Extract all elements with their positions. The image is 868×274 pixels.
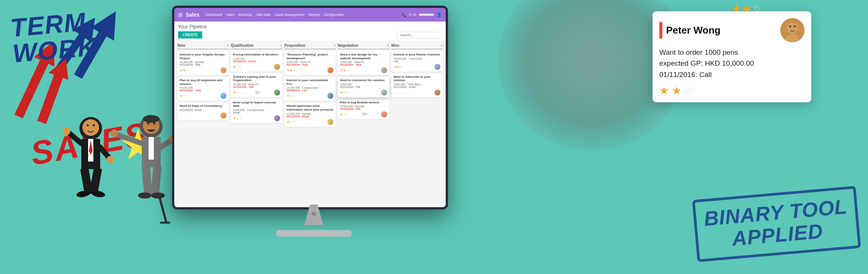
card-date: 02/12/2016 : Call [233, 86, 280, 88]
card-amount: 25,000.00€ · Agrolait [340, 105, 387, 108]
card-stars: ★★☆ [340, 68, 349, 72]
nav-sales[interactable]: Sales [226, 13, 235, 17]
card-footer: ☆☆☆ [394, 89, 440, 95]
kanban-col-header-prop: Proposition + [284, 43, 336, 49]
characters-illustration [49, 106, 193, 249]
svg-point-7 [93, 124, 95, 126]
card-avatar [327, 67, 333, 73]
monitor-container: ⊞ Sales Dashboard Sales Invoicing After-… [172, 6, 456, 255]
card-title: "Resource Planning" project development [287, 53, 333, 60]
kanban-card[interactable]: Plan to buy RedHat servers 25,000.00€ · … [338, 99, 389, 120]
user-icon: 👤 [436, 12, 442, 17]
card-stars: ★☆☆ [340, 91, 349, 94]
card-date: 02/10/2016 : Email [233, 60, 280, 63]
card-amount: 4,500.00€ [340, 83, 387, 86]
card-avatar [381, 111, 387, 117]
kanban-col-header-won: Won + [391, 43, 443, 49]
search-input[interactable] [397, 32, 442, 38]
nav-leads[interactable]: Leads Management [274, 13, 305, 17]
popup-message: Want to order 1000 pens expected GP: HKD… [659, 47, 804, 80]
kanban-card-overlay[interactable]: Need to customize the solution 4,500.00€… [338, 77, 389, 97]
card-amount: 9,000.00€ · Delta PC [287, 61, 333, 63]
popup-stars-row: ★ ★ ☆ [659, 85, 804, 97]
kanban-board: New + Interest in your Graphic Design Pr… [174, 41, 446, 199]
svg-rect-27 [151, 166, 161, 195]
card-amount: 5,600.00€ · Camoptocamp [233, 109, 280, 111]
kanban-card[interactable]: Would appreciate more information about … [284, 102, 336, 126]
odoo-topbar: ⊞ Sales Dashboard Sales Invoicing After-… [174, 8, 446, 22]
card-date: 02/12/2016 : Call [340, 108, 387, 110]
card-date: Email [233, 111, 280, 114]
card-date: 02/09/2016 : Call [287, 89, 333, 92]
card-avatar [220, 112, 226, 119]
nav-dashboard[interactable]: Dashboard [206, 13, 222, 17]
kanban-column-new: New + Interest in your Graphic Design Pr… [177, 43, 229, 197]
card-avatar [274, 89, 280, 95]
create-button[interactable]: CREATE [178, 31, 202, 38]
nav-invoicing[interactable]: Invoicing [238, 13, 252, 17]
svg-point-39 [789, 25, 791, 28]
odoo-grid-icon: ⊞ [178, 12, 183, 18]
popup-header: Peter Wong [659, 18, 804, 42]
message-count: 💬4 [363, 113, 367, 116]
svg-point-22 [153, 122, 155, 125]
won-col-add[interactable]: + [440, 43, 443, 48]
kanban-card[interactable]: Pricing Information of Services 1,000.00… [231, 51, 282, 72]
new-col-add[interactable]: + [227, 43, 229, 48]
card-title: Would appreciate more information about … [287, 104, 333, 111]
card-title: Need script to Import external data [233, 101, 280, 108]
card-date: 02/13/2016 : Task [287, 63, 333, 66]
nav-reports[interactable]: Reports [308, 13, 320, 17]
card-title: Want to subscribe to your solution [394, 75, 440, 82]
popup-color-bar [659, 22, 662, 38]
kanban-card[interactable]: Want to subscribe to your solution 2,000… [391, 73, 443, 97]
kanban-card[interactable]: Interest in your Graphic Design Project … [177, 51, 229, 75]
card-date: 02/14/2016 : Task [180, 63, 226, 66]
popup-star-2: ★ [672, 85, 681, 97]
kanban-card[interactable]: Trainee's training plan in your Organiza… [231, 73, 282, 97]
card-stars: ★☆☆ [340, 112, 349, 116]
card-avatar [381, 67, 387, 73]
kanban-card[interactable]: Plan to buy 60 keyboards and mouses 40,0… [177, 77, 229, 101]
card-footer: ★☆☆ [233, 115, 280, 121]
prop-col-add[interactable]: + [333, 43, 336, 48]
nav-config[interactable]: Configuration [324, 13, 344, 17]
kanban-card[interactable]: "Resource Planning" project development … [284, 51, 336, 75]
kanban-card[interactable]: Need a new design for my website develop… [338, 51, 389, 75]
monitor-screen: ⊞ Sales Dashboard Sales Invoicing After-… [172, 6, 448, 209]
card-footer: ☆☆☆ [180, 112, 226, 119]
kanban-card[interactable]: Interest in your Partner Contract 19,800… [391, 51, 443, 72]
card-title: Need 20 Days of Consultancy [180, 104, 226, 108]
nav-aftersale[interactable]: After-Sale [256, 13, 271, 17]
pipeline-title: Your Pipeline [178, 24, 442, 29]
card-stars: ★☆☆ [287, 120, 296, 124]
kanban-card[interactable]: Need 20 Days of Consultancy 02/13/2016 :… [177, 102, 229, 120]
svg-point-31 [110, 129, 118, 137]
svg-line-30 [115, 134, 142, 143]
svg-point-5 [82, 119, 99, 136]
card-avatar [274, 115, 280, 121]
message-count: 💬1 [256, 91, 260, 94]
svg-point-16 [63, 128, 70, 135]
card-avatar [434, 64, 440, 70]
topbar-progress [419, 14, 434, 16]
qual-col-add[interactable]: + [280, 43, 282, 48]
popup-person-name: Peter Wong [666, 25, 721, 36]
card-stars: ★☆☆ [233, 65, 242, 69]
card-footer: ★★☆ [180, 67, 226, 73]
card-stars: ★☆☆ [180, 94, 189, 98]
card-title: Need to customize the solution [340, 79, 387, 82]
card-footer: ★☆☆ [340, 89, 387, 95]
card-title: Interest in your Graphic Design Project [180, 53, 226, 60]
svg-line-34 [159, 194, 166, 223]
popup-star-1: ★ [659, 85, 669, 97]
card-avatar [220, 67, 226, 73]
card-amount: 15,000.00€ · Camptocamp [287, 86, 333, 89]
kanban-card[interactable]: Need script to Import external data 5,60… [231, 99, 282, 123]
neg-col-add[interactable]: + [387, 43, 389, 48]
svg-line-15 [68, 132, 81, 143]
card-footer: ★☆☆ 💬4 [340, 111, 387, 117]
odoo-app-name: Sales [186, 12, 200, 18]
monitor-base [276, 230, 352, 237]
kanban-card[interactable]: Interest in your customizable Pcs 15,000… [284, 77, 336, 101]
